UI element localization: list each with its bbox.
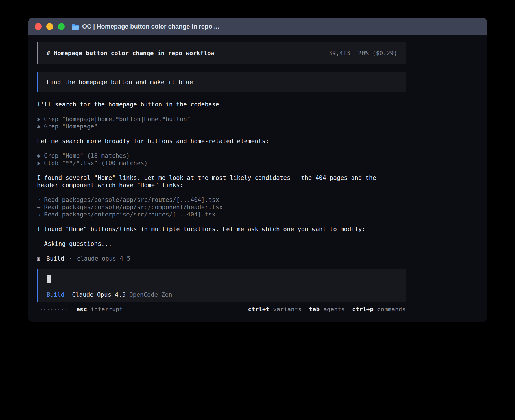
model-name[interactable]: Claude Opus 4.5 [72,291,126,298]
agent-mode[interactable]: Build [47,291,64,298]
assistant-text: I found several "Home" links. Let me loo… [37,174,478,189]
glob-call-line: ✱ Glob "**/*.tsx" (100 matches) [37,159,478,167]
shortcut-key: ctrl+p [352,306,374,313]
shortcut-agents: tab agents [309,306,345,313]
terminal-content: # Homepage button color change in repo w… [28,35,487,313]
esc-key-label: interrupt [91,306,123,313]
folder-icon [71,23,79,30]
status-right: ctrl+t variants tab agents ctrl+p comman… [248,306,406,313]
tool-call-group: ✱ Grep "Home" (18 matches) ✱ Glob "**/*.… [37,152,478,167]
window-titlebar[interactable]: OC | Homepage button color change in rep… [28,18,487,35]
read-call-line: → Read packages/enterprise/src/routes/[.… [37,211,478,218]
session-stats: 39,413 20% ($0.29) [329,50,397,57]
assistant-text: I found "Home" buttons/links in multiple… [37,226,478,233]
grep-call-line: ✱ Grep "Homepage" [37,123,478,130]
read-call-line: → Read packages/console/app/src/componen… [37,204,478,211]
traffic-lights [35,23,65,30]
agent-name: Build [46,255,64,262]
status-bar: ········ esc interrupt ctrl+t variants t… [37,306,406,313]
assistant-text-line: I found several "Home" links. Let me loo… [37,174,478,181]
grep-call-line: ✱ Grep "Home" (18 matches) [37,152,478,159]
shortcut-variants: ctrl+t variants [248,306,302,313]
window-title-group: OC | Homepage button color change in rep… [71,23,219,30]
context-usage: 20% ($0.29) [358,50,397,57]
read-call-line: → Read packages/console/app/src/routes/[… [37,196,478,204]
model-provider: OpenCode Zen [129,291,172,298]
asking-status: ~ Asking questions... [37,240,478,248]
agent-icon: ▣ [37,255,40,262]
assistant-text: I'll search for the homepage button in t… [37,101,478,108]
tool-call-group: → Read packages/console/app/src/routes/[… [37,196,478,218]
minimize-button[interactable] [46,23,53,30]
agent-status-line: ▣ Build · claude-opus-4-5 [37,255,478,262]
assistant-text: Let me search more broadly for buttons a… [37,137,478,145]
session-title: # Homepage button color change in repo w… [47,50,214,57]
agent-model: claude-opus-4-5 [77,255,130,262]
window-title: OC | Homepage button color change in rep… [82,23,219,30]
session-header: # Homepage button color change in repo w… [37,42,406,64]
token-count: 39,413 [329,50,350,57]
model-selector-line: Build Claude Opus 4.5 OpenCode Zen [47,291,397,298]
close-button[interactable] [35,23,42,30]
spinner-dots: ········ [39,306,68,313]
grep-call-line: ✱ Grep "homepage|home.*button|Home.*butt… [37,115,478,123]
shortcut-key: tab [309,306,320,313]
zoom-button[interactable] [58,23,65,30]
shortcut-label: commands [377,306,406,313]
text-cursor [47,275,51,283]
user-message: Find the homepage button and make it blu… [37,72,406,92]
agent-separator: · [69,255,72,262]
shortcut-key: ctrl+t [248,306,269,313]
user-message-text: Find the homepage button and make it blu… [47,78,193,86]
shortcut-commands: ctrl+p commands [352,306,406,313]
assistant-text-line: header component which have "Home" links… [37,181,478,189]
terminal-window: OC | Homepage button color change in rep… [28,18,487,322]
shortcut-label: agents [323,306,345,313]
esc-key-hint: esc [76,306,87,313]
shortcut-label: variants [273,306,302,313]
tool-call-group: ✱ Grep "homepage|home.*button|Home.*butt… [37,115,478,130]
status-left: ········ esc interrupt [37,306,123,313]
prompt-input[interactable]: Build Claude Opus 4.5 OpenCode Zen [37,269,406,302]
